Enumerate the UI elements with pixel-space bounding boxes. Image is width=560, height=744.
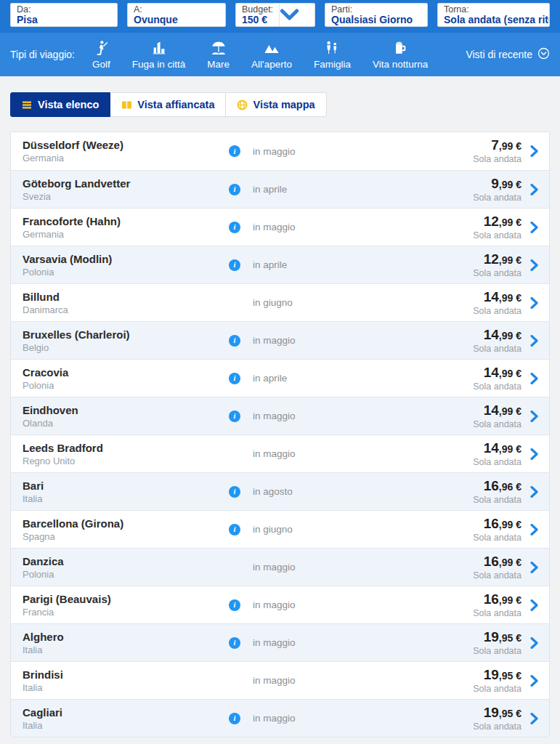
to-field[interactable]: A: Ovunque (127, 3, 226, 27)
field-value: Pisa (17, 15, 38, 25)
destination-row[interactable]: Barcellona (Girona) Spagna in giugno 16,… (11, 510, 549, 548)
from-field[interactable]: Da: Pisa (10, 3, 118, 27)
destination-city: Varsavia (Modlin) (23, 253, 229, 265)
info-icon[interactable] (229, 259, 240, 271)
destination-info: Cracovia Polonia (11, 366, 229, 391)
destination-row[interactable]: Göteborg Landvetter Svezia in aprile 9,9… (11, 170, 549, 208)
destination-city: Billund (23, 291, 229, 303)
destination-city: Bari (23, 480, 229, 492)
mountains-icon (264, 40, 280, 56)
price: 16,99 € (473, 592, 522, 607)
info-icon[interactable] (229, 222, 240, 233)
destination-row[interactable]: Varsavia (Modlin) Polonia in aprile 12,9… (11, 246, 549, 283)
info-icon[interactable] (229, 713, 240, 724)
chevron-right-icon[interactable] (530, 713, 538, 724)
destination-row[interactable]: Leeds Bradford Regno Unito in maggio 14,… (11, 434, 549, 472)
map-view-icon (237, 100, 248, 110)
destination-row[interactable]: Cracovia Polonia in aprile 14,99 € Sola … (11, 359, 549, 397)
family-icon (324, 40, 340, 56)
destination-row[interactable]: Bruxelles (Charleroi) Belgio in maggio 1… (11, 321, 549, 359)
chevron-right-icon[interactable] (530, 259, 538, 271)
destination-info: Brindisi Italia (11, 668, 229, 693)
chevron-right-icon[interactable] (530, 222, 538, 233)
destination-row[interactable]: Düsseldorf (Weeze) Germania in maggio 7,… (11, 132, 549, 170)
search-field-text: Da: Pisa (11, 4, 44, 26)
chevron-down-circle-icon (537, 47, 550, 62)
side-by-side-icon (121, 100, 132, 110)
chevron-right-icon[interactable] (530, 411, 538, 422)
info-icon[interactable] (229, 411, 240, 422)
destination-row[interactable]: Danzica Polonia in maggio 16,99 € Sola a… (11, 548, 549, 586)
fare-type: Sola andata (473, 419, 522, 429)
tab-list-view[interactable]: Vista elenco (10, 92, 110, 117)
trip-type-beach[interactable]: Mare (207, 40, 230, 70)
destination-row[interactable]: Francoforte (Hahn) Germania in maggio 12… (11, 208, 549, 246)
chevron-right-icon[interactable] (530, 486, 538, 498)
info-icon[interactable] (229, 599, 240, 611)
budget-field[interactable]: Budget: 150 € (235, 3, 315, 27)
destination-country: Germania (23, 229, 229, 240)
return-field[interactable]: Torna: Sola andata (senza ritorno (437, 3, 550, 27)
trip-type-golf[interactable]: Golf (92, 40, 110, 70)
price: 14,99 € (473, 328, 522, 343)
price-block: 14,99 € Sola andata (473, 328, 522, 354)
destination-row[interactable]: Alghero Italia in maggio 19,95 € Sola an… (11, 623, 549, 661)
tab-map-view[interactable]: Vista mappa (226, 92, 326, 117)
chevron-right-icon[interactable] (530, 524, 538, 535)
info-icon[interactable] (229, 184, 240, 195)
field-value: Qualsiasi Giorno (331, 15, 413, 25)
chevron-right-icon[interactable] (530, 373, 538, 384)
fare-type: Sola andata (473, 608, 522, 618)
chevron-right-icon[interactable] (530, 184, 538, 195)
chevron-right-icon[interactable] (530, 335, 538, 347)
travel-month: in maggio (253, 675, 369, 686)
chevron-right-icon[interactable] (530, 599, 538, 611)
trip-type-city[interactable]: Fuga in città (132, 40, 186, 70)
destination-row[interactable]: Cagliari Italia in maggio 19,95 € Sola a… (11, 699, 549, 737)
travel-month: in giugno (253, 297, 369, 308)
price: 12,99 € (473, 252, 522, 267)
destination-row[interactable]: Eindhoven Olanda in maggio 14,99 € Sola … (11, 397, 549, 434)
destination-row[interactable]: Billund Danimarca in giugno 14,99 € Sola… (11, 283, 549, 321)
chevron-right-icon[interactable] (530, 145, 538, 157)
chevron-right-icon[interactable] (530, 675, 538, 687)
destination-country: Italia (23, 493, 229, 504)
fare-type: Sola andata (473, 230, 522, 240)
trip-types-label: Tipi di viaggio: (10, 49, 75, 60)
destination-city: Brindisi (23, 668, 229, 681)
info-icon[interactable] (229, 145, 240, 157)
price: 19,95 € (473, 705, 522, 721)
destination-city: Alghero (23, 631, 229, 643)
tab-side-by-side[interactable]: Vista affiancata (110, 92, 226, 117)
info-icon[interactable] (229, 335, 240, 347)
field-value: Ovunque (134, 15, 178, 25)
destination-row[interactable]: Brindisi Italia in maggio 19,95 € Sola a… (11, 661, 549, 699)
destination-country: Spagna (23, 531, 229, 542)
info-icon[interactable] (229, 524, 240, 535)
destination-country: Italia (23, 682, 229, 693)
destination-row[interactable]: Bari Italia in agosto 16,96 € Sola andat… (11, 472, 549, 510)
trip-type-nightlife[interactable]: Vita notturna (373, 40, 428, 70)
destination-city: Leeds Bradford (23, 442, 229, 454)
chevron-right-icon[interactable] (530, 448, 538, 460)
price: 16,99 € (473, 554, 522, 570)
destination-info: Varsavia (Modlin) Polonia (11, 253, 229, 278)
recently-viewed-button[interactable]: Visti di recente (466, 47, 550, 62)
trip-type-outdoors[interactable]: All'aperto (251, 40, 292, 70)
price-block: 19,95 € Sola andata (473, 705, 522, 732)
chevron-right-icon[interactable] (530, 637, 538, 649)
fare-type: Sola andata (473, 533, 522, 543)
chevron-right-icon[interactable] (530, 562, 538, 573)
trip-type-family[interactable]: Famiglia (314, 40, 351, 70)
info-icon[interactable] (229, 486, 240, 498)
search-field-text: Parti: Qualsiasi Giorno (325, 4, 418, 26)
info-icon[interactable] (229, 373, 240, 384)
info-icon[interactable] (229, 637, 240, 649)
destination-country: Belgio (23, 342, 229, 353)
chevron-right-icon[interactable] (530, 297, 538, 309)
destination-row[interactable]: Parigi (Beauvais) Francia in maggio 16,9… (11, 586, 549, 623)
chevron-down-icon[interactable] (279, 4, 299, 26)
price-block: 16,99 € Sola andata (473, 554, 522, 581)
depart-field[interactable]: Parti: Qualsiasi Giorno (325, 3, 428, 27)
trip-type-label: Mare (207, 59, 230, 70)
